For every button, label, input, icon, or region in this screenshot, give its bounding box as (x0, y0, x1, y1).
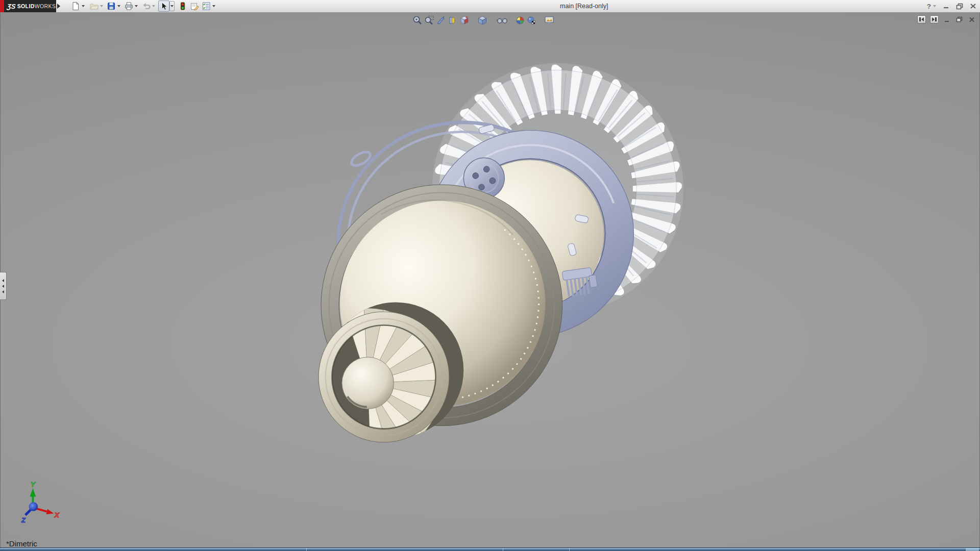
undo-dropdown[interactable] (152, 5, 155, 7)
new-document-icon (71, 2, 80, 11)
taskbar-divider (569, 548, 570, 551)
checkered-flag (532, 21, 535, 24)
orientation-triad: Y X Z (21, 481, 60, 524)
design-checker-button[interactable] (201, 1, 211, 11)
view-orientation-icon (459, 15, 470, 26)
zoom-to-fit-button[interactable] (412, 15, 423, 26)
solidworks-logo-glyph: ƷS (7, 3, 16, 10)
zoom-to-area-button[interactable] (424, 15, 434, 26)
comment-hand-icon (190, 2, 200, 11)
section-view-icon (448, 15, 458, 26)
edit-appearance-button[interactable] (514, 15, 525, 26)
close-icon (970, 3, 976, 9)
restore-document-button[interactable] (955, 16, 963, 23)
collapse-left-pane-button[interactable] (917, 15, 926, 23)
exhaust-assembly (318, 185, 562, 458)
restore-document-icon (956, 16, 963, 22)
design-checker-dropdown[interactable] (212, 5, 215, 7)
open-folder-icon (89, 2, 99, 11)
select-tool-button[interactable] (158, 1, 169, 12)
open-document-button[interactable] (89, 1, 99, 11)
printer-icon (124, 2, 134, 11)
undo-button[interactable] (141, 1, 151, 11)
hide-show-items-button[interactable] (497, 15, 507, 26)
triad-x-label: X (54, 511, 60, 519)
apply-scene-button[interactable] (526, 15, 537, 26)
heads-up-toolbar (412, 15, 555, 26)
expand-right-pane-button[interactable] (930, 15, 939, 23)
minimize-icon (943, 3, 949, 9)
print-dropdown[interactable] (135, 5, 138, 7)
triad-x-arrow (46, 509, 54, 514)
pane-right-arrow-icon (932, 17, 937, 22)
section-view-button[interactable] (447, 15, 458, 26)
open-document-dropdown[interactable] (100, 5, 103, 7)
new-document-dropdown[interactable] (82, 5, 85, 7)
help-dropdown[interactable] (933, 5, 936, 7)
zoom-to-fit-icon (412, 15, 423, 26)
pane-left-arrow-icon (919, 17, 924, 22)
checklist-icon (202, 2, 211, 11)
title-bar: ƷS SOLIDWORKS (0, 0, 980, 13)
window-controls: ? (927, 1, 977, 11)
undo-icon (141, 2, 151, 11)
save-button[interactable] (106, 1, 116, 11)
restore-button[interactable] (955, 2, 964, 10)
save-floppy-icon (107, 2, 116, 11)
view-settings-icon (544, 15, 555, 26)
zoom-to-selection-button[interactable] (435, 15, 446, 26)
collapse-arrow-icon (2, 285, 4, 288)
triad-y-arrow (30, 488, 36, 497)
restore-icon (956, 3, 963, 10)
document-controls (917, 15, 975, 23)
comment-button[interactable] (190, 1, 200, 11)
triad-origin-ball (29, 502, 38, 511)
minimize-document-icon (944, 17, 950, 22)
accent-strip (0, 0, 4, 12)
zoom-to-selection-icon (436, 15, 446, 26)
select-tool-dropdown[interactable] (169, 1, 175, 11)
display-style-button[interactable] (477, 15, 487, 26)
minimize-button[interactable] (942, 2, 950, 10)
new-document-button[interactable] (70, 1, 81, 11)
solidworks-logo-bold: SOLID (17, 3, 35, 9)
main-toolbar (70, 1, 216, 12)
collapse-arrow-icon (2, 279, 4, 282)
apply-scene-icon (527, 15, 537, 26)
close-button[interactable] (969, 2, 977, 10)
select-caret-icon (170, 5, 174, 7)
document-title: main [Read-only] (560, 3, 608, 10)
view-settings-button[interactable] (544, 15, 555, 26)
solidworks-logo-light: WORKS (35, 3, 56, 9)
taskbar-divider (503, 548, 503, 551)
close-document-button[interactable] (968, 16, 975, 23)
triad-z-label: Z (21, 517, 26, 524)
taskbar-edge (0, 547, 980, 551)
glasses-icon (497, 15, 507, 26)
select-cursor-icon (160, 2, 168, 11)
taskbar-show-desktop (966, 548, 979, 551)
zoom-to-area-icon (424, 15, 434, 26)
taskbar-divider (306, 548, 307, 551)
viewport-canvas[interactable]: Y X Z (0, 13, 980, 547)
triad-y-label: Y (31, 481, 36, 488)
interference-check-button[interactable] (178, 1, 188, 11)
help-button[interactable]: ? (927, 3, 931, 10)
menu-expand-arrow-icon[interactable] (57, 4, 60, 9)
view-orientation-button[interactable] (459, 15, 470, 26)
feature-pane-collapsed-tab[interactable] (0, 272, 7, 300)
model-jet-engine: Y X Z (1, 13, 980, 547)
traffic-light-icon (180, 2, 186, 11)
close-document-icon (969, 17, 975, 22)
solidworks-logo: ƷS SOLIDWORKS (4, 0, 56, 12)
view-orientation-label: *Dimetric (6, 539, 37, 548)
save-dropdown[interactable] (117, 5, 120, 7)
minimize-document-button[interactable] (943, 16, 951, 23)
collapse-arrow-icon (2, 290, 4, 293)
appearance-ball-icon (515, 15, 525, 26)
display-style-icon (477, 15, 487, 26)
print-button[interactable] (124, 1, 134, 11)
